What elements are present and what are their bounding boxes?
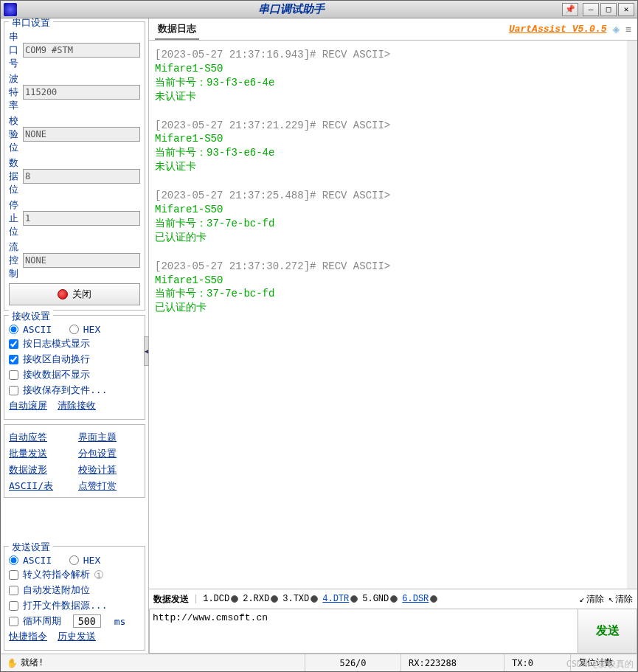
- log-line: Mifare1-S50: [155, 62, 621, 76]
- send-button[interactable]: 发送: [578, 609, 637, 654]
- send-ascii-radio[interactable]: [9, 555, 18, 565]
- close-window-button[interactable]: ✕: [618, 3, 634, 16]
- pin-button[interactable]: 📌: [562, 3, 578, 16]
- log-entry: [2023-05-27 21:37:21.229]# RECV ASCII>Mi…: [155, 119, 621, 175]
- send-hex-radio[interactable]: [69, 555, 79, 565]
- collapse-handle[interactable]: ◀: [144, 336, 149, 366]
- flow-label: 流控制: [9, 240, 20, 280]
- arrow-up-icon: ↖: [608, 594, 614, 605]
- donate-link[interactable]: 点赞打赏: [78, 479, 140, 493]
- hide-check[interactable]: [9, 370, 18, 380]
- log-line: 当前卡号：37-7e-bc-fd: [155, 217, 621, 231]
- recv-hex-radio[interactable]: [69, 325, 79, 334]
- sig-dcd: 1.DCD: [203, 594, 229, 604]
- wrap-label: 接收区自动换行: [23, 353, 90, 366]
- status-counts: 526/0: [305, 654, 401, 671]
- openfile-check[interactable]: [9, 601, 18, 611]
- autoscroll-link[interactable]: 自动滚屏: [9, 399, 47, 412]
- baud-label: 波特率: [9, 72, 20, 112]
- log-timestamp: [2023-05-27 21:37:25.488]# RECV ASCII>: [155, 189, 621, 203]
- recv-ascii-radio[interactable]: [9, 325, 18, 334]
- wave-link[interactable]: 数据波形: [9, 463, 71, 477]
- tools-group: 自动应答 界面主题 批量发送 分包设置 数据波形 校验计算 ASCII/表 点赞…: [4, 424, 145, 498]
- diamond-icon[interactable]: ◈: [613, 22, 620, 36]
- clear-recv-link[interactable]: 清除接收: [58, 399, 96, 412]
- clear-up-button[interactable]: ↖清除: [608, 593, 633, 606]
- wrap-check[interactable]: [9, 355, 18, 364]
- brand-link[interactable]: UartAssist V5.0.5: [509, 24, 607, 35]
- close-port-button[interactable]: 关闭: [9, 283, 140, 305]
- asciitable-link[interactable]: ASCII/表: [9, 479, 71, 493]
- main-panel: ◀ 数据日志 UartAssist V5.0.5 ◈ ≡ [2023-05-27…: [148, 18, 637, 654]
- recv-ascii-label: ASCII: [23, 324, 52, 335]
- log-area[interactable]: [2023-05-27 21:37:16.943]# RECV ASCII>Mi…: [149, 41, 637, 589]
- logmode-check[interactable]: [9, 339, 18, 349]
- cycle-input[interactable]: [73, 614, 101, 628]
- autoreply-link[interactable]: 自动应答: [9, 431, 71, 444]
- recv-group-title: 接收设置: [9, 310, 53, 323]
- recv-settings-group: 接收设置 ASCII HEX 按日志模式显示 接收区自动换行 接收数据不显示 接…: [4, 315, 145, 420]
- port-select[interactable]: [23, 43, 140, 58]
- escape-label: 转义符指令解析: [23, 568, 90, 581]
- arrow-down-icon: ↙: [580, 594, 585, 605]
- log-line: Mifare1-S50: [155, 203, 621, 217]
- stopbits-select[interactable]: [23, 211, 140, 226]
- log-timestamp: [2023-05-27 21:37:30.272]# RECV ASCII>: [155, 260, 621, 274]
- info-icon[interactable]: i: [94, 570, 103, 579]
- minimize-button[interactable]: —: [583, 3, 599, 16]
- dcd-dot-icon: [231, 595, 238, 603]
- watermark: CSDN @爱较真的: [566, 658, 634, 671]
- status-dot-icon: [58, 289, 68, 299]
- log-entry: [2023-05-27 21:37:25.488]# RECV ASCII>Mi…: [155, 189, 621, 245]
- checksum-link[interactable]: 校验计算: [78, 463, 140, 477]
- parity-select[interactable]: [23, 127, 140, 142]
- txd-dot-icon: [311, 595, 318, 603]
- sig-dsr[interactable]: 6.DSR: [402, 594, 429, 604]
- logmode-label: 按日志模式显示: [23, 337, 90, 350]
- log-line: Mifare1-S50: [155, 274, 621, 288]
- split-link[interactable]: 分包设置: [78, 447, 140, 460]
- clear-down-button[interactable]: ↙清除: [580, 593, 604, 606]
- flow-select[interactable]: [23, 253, 140, 268]
- parity-label: 校验位: [9, 114, 20, 154]
- send-group-title: 发送设置: [9, 541, 53, 554]
- window-title: 串口调试助手: [20, 2, 562, 16]
- sig-dtr[interactable]: 4.DTR: [322, 594, 349, 604]
- theme-link[interactable]: 界面主题: [78, 431, 140, 444]
- send-header-label: 数据发送: [153, 593, 189, 606]
- sig-rxd: 2.RXD: [243, 594, 269, 604]
- hide-label: 接收数据不显示: [23, 368, 90, 381]
- databits-select[interactable]: [23, 169, 140, 184]
- log-line: 未认证卡: [155, 90, 621, 104]
- log-line: 未认证卡: [155, 160, 621, 174]
- sidebar: 串口设置 串口号 波特率 校验位 数据位 停止位 流控制 关闭 接收设置 ASC…: [1, 18, 148, 654]
- scrollbar-thumb[interactable]: [627, 41, 637, 70]
- escape-check[interactable]: [9, 570, 18, 580]
- recv-hex-label: HEX: [83, 324, 100, 335]
- log-line: Mifare1-S50: [155, 132, 621, 146]
- dsr-dot-icon: [430, 595, 437, 603]
- batchsend-link[interactable]: 批量发送: [9, 447, 71, 460]
- log-line: 当前卡号：93-f3-e6-4e: [155, 76, 621, 90]
- status-tx: TX:0: [504, 654, 571, 671]
- history-link[interactable]: 历史发送: [58, 630, 96, 643]
- openfile-label: 打开文件数据源...: [23, 599, 107, 612]
- titlebar: 串口调试助手 📌 — □ ✕: [1, 1, 637, 18]
- log-line: 当前卡号：93-f3-e6-4e: [155, 146, 621, 160]
- cycle-check[interactable]: [9, 617, 18, 626]
- close-port-label: 关闭: [72, 288, 91, 301]
- dtr-dot-icon: [350, 595, 358, 603]
- ms-label: ms: [114, 616, 126, 627]
- send-input[interactable]: [149, 609, 578, 654]
- shortcut-link[interactable]: 快捷指令: [9, 630, 47, 643]
- baud-select[interactable]: [23, 85, 140, 100]
- log-entry: [2023-05-27 21:37:30.272]# RECV ASCII>Mi…: [155, 260, 621, 316]
- port-settings-group: 串口设置 串口号 波特率 校验位 数据位 停止位 流控制 关闭: [4, 21, 145, 311]
- status-rx: RX:223288: [401, 654, 504, 671]
- maximize-button[interactable]: □: [600, 3, 617, 16]
- append-check[interactable]: [9, 586, 18, 595]
- save-check[interactable]: [9, 386, 18, 395]
- rxd-dot-icon: [271, 595, 278, 603]
- menu-icon[interactable]: ≡: [625, 24, 631, 35]
- ready-label: 就绪!: [21, 657, 44, 669]
